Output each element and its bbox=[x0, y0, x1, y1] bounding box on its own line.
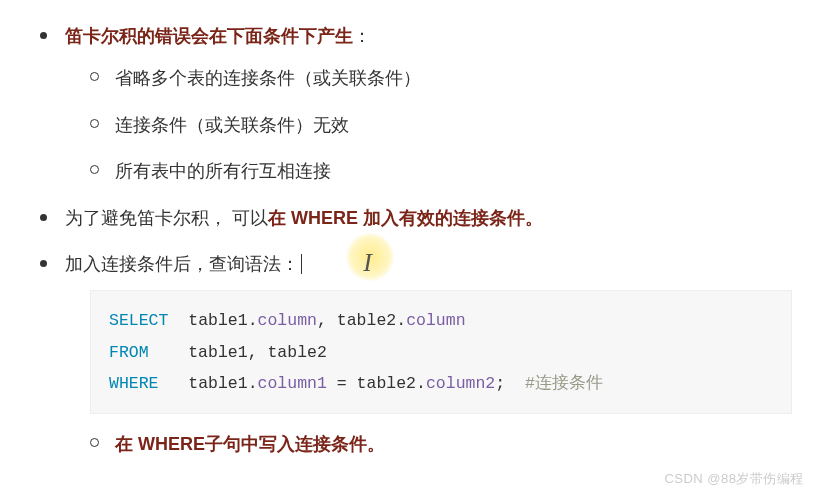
watermark-text: CSDN @88岁带伤编程 bbox=[664, 467, 804, 490]
text-cursor-bar bbox=[301, 254, 302, 274]
sql-code-block: SELECT table1.column, table2.column FROM… bbox=[90, 290, 792, 414]
kw-select: SELECT bbox=[109, 311, 168, 330]
bottom-sub-item: 在 WHERE子句中写入连接条件。 bbox=[90, 428, 792, 460]
suffix-1: ： bbox=[353, 26, 371, 46]
bullet-item-1: 笛卡尔积的错误会在下面条件下产生： 省略多个表的连接条件（或关联条件） 连接条件… bbox=[40, 20, 792, 188]
tbl-2a: table2 bbox=[337, 311, 396, 330]
sub-list-bottom: 在 WHERE子句中写入连接条件。 bbox=[65, 428, 792, 460]
bold-text-1: 笛卡尔积的错误会在下面条件下产生 bbox=[65, 26, 353, 46]
col-2a: column bbox=[406, 311, 465, 330]
tbl-1a: table1 bbox=[188, 311, 247, 330]
kw-where: WHERE bbox=[109, 374, 159, 393]
code-line-2: FROM table1, table2 bbox=[109, 337, 773, 368]
col-2b: column2 bbox=[426, 374, 495, 393]
kw-from: FROM bbox=[109, 343, 149, 362]
code-line-1: SELECT table1.column, table2.column bbox=[109, 305, 773, 336]
sub-item-1-3: 所有表中的所有行互相连接 bbox=[90, 155, 792, 187]
bold-text-2: 在 WHERE 加入有效的连接条件。 bbox=[268, 208, 543, 228]
col-1b: column1 bbox=[258, 374, 327, 393]
eq: = bbox=[327, 374, 357, 393]
line-3-wrap: 加入连接条件后，查询语法： I bbox=[65, 248, 302, 280]
line-3-text: 加入连接条件后，查询语法： bbox=[65, 254, 299, 274]
sub-item-1-2: 连接条件（或关联条件）无效 bbox=[90, 109, 792, 141]
col-1a: column bbox=[258, 311, 317, 330]
prefix-2: 为了避免笛卡尔积， 可以 bbox=[65, 208, 268, 228]
from-body: table1, table2 bbox=[188, 343, 327, 362]
sub-item-1-1: 省略多个表的连接条件（或关联条件） bbox=[90, 62, 792, 94]
semi: ; bbox=[495, 374, 505, 393]
tbl-1b: table1 bbox=[188, 374, 247, 393]
comment: #连接条件 bbox=[525, 374, 603, 393]
code-line-3: WHERE table1.column1 = table2.column2; #… bbox=[109, 368, 773, 399]
comma: , bbox=[317, 311, 337, 330]
ibeam-cursor-icon: I bbox=[363, 240, 372, 287]
bullet-item-3: 加入连接条件后，查询语法： I SELECT table1.column, ta… bbox=[40, 248, 792, 461]
sub-list-1: 省略多个表的连接条件（或关联条件） 连接条件（或关联条件）无效 所有表中的所有行… bbox=[65, 62, 792, 187]
tbl-2b: table2 bbox=[357, 374, 416, 393]
bottom-bold: 在 WHERE子句中写入连接条件。 bbox=[115, 434, 385, 454]
bullet-item-2: 为了避免笛卡尔积， 可以在 WHERE 加入有效的连接条件。 bbox=[40, 202, 792, 234]
bullet-list-outer: 笛卡尔积的错误会在下面条件下产生： 省略多个表的连接条件（或关联条件） 连接条件… bbox=[30, 20, 792, 461]
